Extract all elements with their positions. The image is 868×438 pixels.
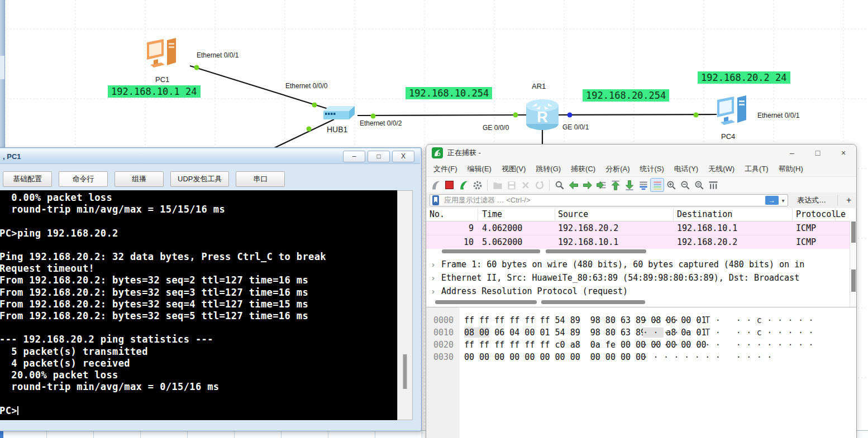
horizontal-scrollbar[interactable] [541, 300, 645, 304]
terminal-line [0, 322, 397, 334]
ar1-ip-left-label[interactable]: 192.168.10.254 [406, 87, 492, 99]
maximize-button[interactable]: □ [368, 151, 390, 162]
menu-item-9[interactable]: 工具(T) [740, 164, 774, 174]
cell: 192.168.20.2 [555, 222, 674, 235]
cell: 5.062000 [478, 235, 555, 249]
pc1-titlebar[interactable]: , PC1 – □ X [0, 149, 420, 164]
menu-item-6[interactable]: 统计(S) [635, 164, 669, 174]
details-scrollbar[interactable] [850, 255, 856, 307]
horizontal-scrollbar[interactable] [435, 300, 537, 304]
start-capture-icon[interactable] [428, 178, 442, 192]
menu-item-0[interactable]: 文件(F) [428, 164, 462, 174]
apply-filter-button[interactable]: → [765, 196, 779, 205]
add-filter-button[interactable]: + [843, 192, 855, 208]
column-source[interactable]: Source [555, 208, 674, 221]
horizontal-scrollbar[interactable] [546, 249, 646, 253]
tab-udp-tool[interactable]: UDP发包工具 [170, 171, 229, 187]
open-file-icon[interactable] [490, 178, 504, 192]
stop-capture-icon[interactable] [442, 178, 456, 192]
column-protocol[interactable]: Protocol [793, 208, 836, 221]
packet-row[interactable]: 105.062000192.168.10.1192.168.20.2ICMP [426, 235, 856, 249]
hex-row[interactable]: 001008 00 06 04 00 01 54 89 98 80 63 89 … [426, 326, 856, 339]
menu-item-2[interactable]: 视图(V) [497, 164, 531, 174]
close-button[interactable]: × [831, 145, 856, 161]
resize-columns-icon[interactable] [706, 178, 720, 192]
pc1-ip-label[interactable]: 192.168.10.1 24 [108, 85, 201, 98]
display-filter-input[interactable]: 应用显示过滤器 … <Ctrl-/> → ▾ [430, 194, 788, 206]
column-destination[interactable]: Destination [674, 208, 793, 221]
hub1-device-icon[interactable] [320, 103, 358, 123]
expression-button[interactable]: 表达式… [797, 192, 826, 208]
pc1-device-icon[interactable] [142, 36, 185, 78]
pc4-ip-label[interactable]: 192.168.20.2 24 [698, 71, 790, 84]
expand-arrow-icon[interactable]: › [432, 285, 441, 298]
terminal-line: Ping 192.168.20.2: 32 data bytes, Press … [0, 251, 397, 263]
hex-rows: 0000ff ff ff ff ff ff 54 89 98 80 63 89 … [426, 314, 856, 363]
column-no[interactable]: No. [426, 208, 478, 221]
scrollbar-handle[interactable] [0, 56, 4, 79]
menu-item-3[interactable]: 跳转(G) [531, 164, 566, 174]
hex-row[interactable]: 003000 00 00 00 00 00 00 00 00 00 00 00·… [426, 351, 856, 363]
toolbar-separator [487, 180, 488, 191]
expand-arrow-icon[interactable]: › [432, 271, 441, 285]
horizontal-scrollbar[interactable] [442, 249, 540, 253]
hex-row[interactable]: 0020ff ff ff ff ff ff c0 a8 0a fe 00 00 … [426, 339, 856, 351]
pc1-window-title: , PC1 [0, 152, 21, 161]
scrollbar-thumb[interactable] [851, 222, 856, 243]
tab-basic-config[interactable]: 基础配置 [3, 171, 52, 187]
minimize-button[interactable]: – [343, 151, 365, 162]
packet-row[interactable]: 94.062000192.168.20.2192.168.10.1ICMP [426, 222, 856, 235]
menu-item-4[interactable]: 捕获(C) [566, 164, 600, 174]
menu-item-1[interactable]: 编辑(E) [462, 164, 497, 174]
tab-multicast[interactable]: 组播 [115, 171, 164, 187]
packet-list-scrollbar[interactable] [850, 221, 856, 255]
menu-item-10[interactable]: 帮助(H) [774, 164, 808, 174]
close-capture-icon[interactable] [518, 178, 532, 192]
pc4-device-icon[interactable] [713, 93, 755, 136]
terminal-output[interactable]: 0.00% packet loss round-trip min/avg/max… [0, 190, 397, 420]
hex-dump-pane: 0000ff ff ff ff ff ff 54 89 98 80 63 89 … [426, 307, 856, 438]
capture-options-icon[interactable] [470, 178, 484, 192]
terminal-line: 0.00% packet loss [0, 192, 397, 204]
colorize-packets-icon[interactable] [650, 178, 664, 192]
find-packet-icon[interactable] [552, 178, 566, 192]
packet-list-header[interactable]: No. Time Source Destination Protocol Le [426, 208, 856, 222]
scrollbar-thumb[interactable] [851, 269, 856, 292]
menu-item-7[interactable]: 电话(Y) [669, 164, 703, 174]
filter-bookmark-icon[interactable] [432, 195, 441, 205]
first-packet-icon[interactable] [608, 178, 622, 192]
terminal-line [0, 239, 397, 251]
wireshark-titlebar[interactable]: 正在捕获 - – □ × [426, 145, 856, 161]
column-time[interactable]: Time [478, 208, 555, 221]
menu-item-8[interactable]: 无线(W) [703, 164, 740, 174]
terminal-line: Request timeout! [0, 263, 397, 275]
next-packet-icon[interactable] [580, 178, 594, 192]
zoom-out-icon[interactable] [678, 178, 692, 192]
terminal-scrollbar[interactable] [397, 190, 413, 420]
save-file-icon[interactable] [504, 178, 518, 192]
detail-row[interactable]: ›Ethernet II, Src: HuaweiTe_80:63:89 (54… [426, 271, 856, 285]
expand-arrow-icon[interactable]: › [432, 258, 441, 271]
terminal-scrollbar-thumb[interactable] [403, 354, 407, 389]
reload-icon[interactable] [532, 178, 546, 192]
detail-row[interactable]: ›Frame 1: 60 bytes on wire (480 bits), 6… [426, 258, 856, 271]
column-length[interactable]: Le [836, 208, 856, 221]
filter-dropdown-icon[interactable]: ▾ [779, 198, 788, 204]
ar1-ip-right-label[interactable]: 192.168.20.254 [583, 89, 669, 102]
close-button[interactable]: X [392, 151, 414, 162]
tab-cli[interactable]: 命令行 [59, 171, 108, 187]
last-packet-icon[interactable] [622, 178, 636, 192]
previous-packet-icon[interactable] [566, 178, 580, 192]
maximize-button[interactable]: □ [805, 145, 831, 161]
zoom-in-icon[interactable] [664, 178, 678, 192]
tab-serial[interactable]: 串口 [236, 171, 285, 187]
detail-row[interactable]: ›Address Resolution Protocol (request) [426, 285, 856, 298]
menu-item-5[interactable]: 分析(A) [600, 164, 635, 174]
zoom-reset-icon[interactable] [692, 178, 706, 192]
hex-row[interactable]: 0000ff ff ff ff ff ff 54 89 98 80 63 89 … [426, 314, 856, 326]
auto-scroll-live-icon[interactable] [636, 178, 650, 192]
go-to-packet-icon[interactable] [594, 178, 608, 192]
minimize-button[interactable]: – [779, 145, 805, 161]
ar1-device-icon[interactable]: R [525, 98, 560, 131]
restart-capture-icon[interactable] [456, 178, 470, 192]
